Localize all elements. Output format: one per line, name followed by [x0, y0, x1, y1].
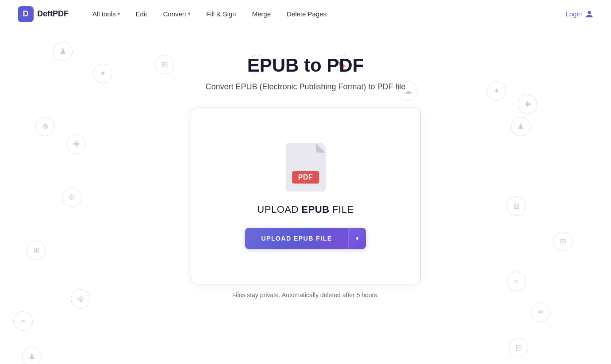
bg-decoration-icon: ⊟ [509, 338, 528, 357]
privacy-note: Files stay private. Automatically delete… [232, 291, 379, 299]
logo-icon: D [18, 6, 34, 22]
nav-item-convert[interactable]: Convert ▾ [157, 7, 196, 21]
user-icon [585, 10, 593, 18]
logo[interactable]: D DeftPDF [18, 6, 69, 22]
nav-item-all-tools[interactable]: All tools ▾ [86, 7, 126, 21]
nav-item-merge[interactable]: Merge [246, 7, 277, 21]
file-corner [316, 143, 326, 153]
nav-item-fill-sign[interactable]: Fill & Sign [200, 7, 242, 21]
main-content: EPUB to PDF Convert EPUB (Electronic Pub… [0, 28, 611, 299]
bg-decoration-icon: ≈ [13, 311, 33, 331]
upload-card: PDF UPLOAD EPUB FILE UPLOAD EPUB FILE ▾ [191, 107, 421, 284]
page-title: EPUB to PDF [247, 55, 364, 76]
file-body: PDF [286, 143, 326, 192]
pdf-badge: PDF [292, 171, 319, 184]
chevron-down-icon: ▾ [118, 11, 120, 16]
upload-epub-button[interactable]: UPLOAD EPUB FILE [245, 228, 348, 249]
bg-decoration-icon: ♟ [22, 347, 42, 364]
nav-menu: All tools ▾ Edit Convert ▾ Fill & Sign M… [86, 7, 565, 21]
login-button[interactable]: Login [565, 10, 593, 18]
bg-decoration-icon: ✏ [531, 303, 550, 322]
navbar: D DeftPDF All tools ▾ Edit Convert ▾ Fil… [0, 0, 611, 28]
logo-text: DeftPDF [37, 9, 69, 19]
upload-dropdown-button[interactable]: ▾ [348, 228, 366, 249]
chevron-down-icon: ▾ [356, 235, 359, 242]
page-subtitle: Convert EPUB (Electronic Publishing Form… [205, 82, 405, 92]
nav-item-delete-pages[interactable]: Delete Pages [281, 7, 333, 21]
upload-button-group: UPLOAD EPUB FILE ▾ [245, 228, 365, 249]
upload-text: UPLOAD EPUB FILE [257, 204, 354, 215]
pdf-file-icon: PDF [286, 143, 326, 192]
chevron-down-icon: ▾ [188, 11, 190, 16]
nav-item-edit[interactable]: Edit [130, 7, 154, 21]
